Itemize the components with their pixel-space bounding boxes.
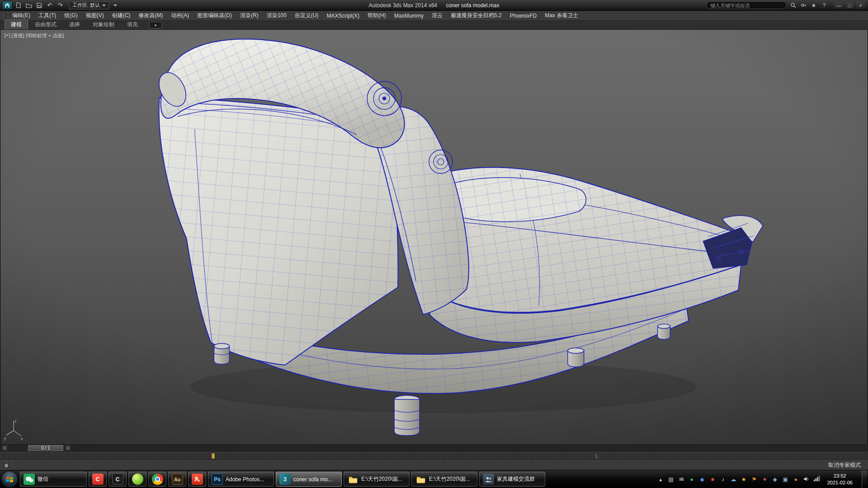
search-input[interactable] (710, 3, 783, 8)
menu-item-antivirus[interactable]: Max 杀毒卫士 (541, 11, 582, 20)
close-button[interactable]: × (856, 2, 865, 9)
menu-item-modifiers[interactable]: 修改器(M) (134, 11, 167, 20)
pinned-app-chrome[interactable] (148, 472, 166, 487)
wechat-window-label: 微信 (38, 475, 48, 483)
perspective-viewport[interactable]: [+] [透视] [明暗处理 + 边面] z x y (0, 30, 868, 444)
viewport-pov-menu[interactable]: [透视] (11, 33, 25, 39)
chrome-icon (152, 474, 163, 485)
chevron-down-icon (102, 5, 106, 6)
viewport-shading-menu[interactable]: [明暗处理 + 边面] (25, 33, 65, 39)
menu-item-render100[interactable]: 渲染100 (263, 11, 291, 20)
max-window-button[interactable]: 3 coner sofa mo... (276, 472, 342, 487)
application-menu-button[interactable] (2, 1, 13, 10)
menu-item-rendering[interactable]: 渲染(R) (236, 11, 263, 20)
toolbar-overflow-button[interactable] (111, 1, 120, 9)
tray-panel-icon[interactable]: ▣ (782, 477, 789, 482)
menu-item-customize[interactable]: 自定义(U) (291, 11, 323, 20)
pinned-app-audition[interactable]: Au (168, 472, 186, 487)
track-bar-key-marker[interactable] (212, 453, 215, 459)
start-button[interactable] (1, 471, 18, 488)
world-axis-tripod: z x y (3, 418, 24, 441)
new-file-icon (16, 2, 21, 8)
tray-orange-dot-icon[interactable]: ● (793, 477, 799, 482)
tray-mail-icon[interactable]: ✉ (678, 477, 685, 482)
tray-expand-icon[interactable]: ▴ (657, 477, 664, 482)
tray-music-icon[interactable]: ♪ (720, 477, 726, 482)
infocenter-search[interactable] (706, 1, 787, 9)
tray-cloud-icon[interactable]: ☁ (730, 477, 737, 482)
menu-item-group[interactable]: 组(G) (60, 11, 81, 20)
explorer-window-button-2[interactable]: E:\天竹2020\国... (411, 472, 477, 487)
pinned-app-green-sphere[interactable] (128, 472, 146, 487)
previous-frame-button[interactable]: < (2, 445, 8, 451)
tray-star-icon[interactable]: ★ (741, 477, 747, 482)
pinned-app-wan[interactable]: 丸 (188, 472, 206, 487)
tray-flag-icon[interactable]: ⚑ (751, 477, 758, 482)
menu-item-maxmummy[interactable]: MaxMummy (390, 11, 428, 20)
app-title: Autodesk 3ds Max 2014 x64 (369, 2, 437, 9)
menu-item-create[interactable]: 创建(C) (108, 11, 135, 20)
photoshop-window-button[interactable]: Ps Adobe Photos... (208, 472, 274, 487)
undo-button[interactable]: ↶ (45, 1, 54, 9)
show-desktop-button[interactable] (862, 470, 867, 488)
menu-item-slim-archive[interactable]: 极速瘦身安全归档5.2 (447, 11, 506, 20)
axis-y-label: y (4, 436, 6, 441)
menu-item-graph-editors[interactable]: 图形编辑器(D) (193, 11, 236, 20)
next-frame-button[interactable]: > (65, 445, 71, 451)
track-bar[interactable]: 1 (0, 452, 868, 460)
sofa-leg-right[interactable] (657, 324, 670, 339)
minimize-button[interactable]: — (834, 2, 844, 9)
pinned-app-c-dark[interactable]: C (108, 472, 127, 487)
menu-item-animation[interactable]: 动画(A) (167, 11, 193, 20)
menu-item-edit[interactable]: 编辑(E) (8, 11, 34, 20)
sofa-leg-left[interactable] (214, 343, 230, 364)
taskbar-clock[interactable]: 23:52 2021-02-06 (824, 473, 856, 486)
tab-freeform[interactable]: 自由形式 (29, 20, 62, 29)
group-chat-window-button[interactable]: 家具建模交流群 (479, 472, 545, 487)
maximize-button[interactable]: □ (845, 2, 854, 9)
tab-populate[interactable]: 填充 (121, 20, 144, 29)
sign-in-button[interactable] (799, 1, 807, 9)
cancel-expert-mode-button[interactable]: 取消专家模式 (823, 461, 866, 469)
redo-button[interactable]: ↷ (56, 1, 65, 9)
network-icon[interactable] (813, 476, 820, 483)
wechat-window-button[interactable]: 微信 (20, 472, 87, 487)
pinned-app-c-red[interactable]: C (89, 472, 107, 487)
tray-green-dot-icon[interactable]: ● (689, 477, 695, 482)
time-slider-thumb[interactable]: 0 / 1 (28, 445, 63, 451)
open-file-button[interactable] (24, 1, 33, 9)
tray-heart-icon[interactable]: ♥ (761, 477, 768, 482)
tray-gem-icon[interactable]: ◈ (772, 477, 778, 482)
time-slider-track[interactable] (0, 445, 868, 451)
new-file-button[interactable] (14, 1, 23, 9)
ribbon-collapse-button[interactable]: ▾ (149, 22, 162, 28)
tab-selection[interactable]: 选择 (63, 20, 86, 29)
menu-item-maxscript[interactable]: MAXScript(X) (322, 11, 363, 20)
viewport-canvas[interactable] (0, 30, 868, 444)
tray-printer-icon[interactable]: ▤ (668, 477, 675, 482)
menu-item-phoenixfd[interactable]: PhoenixFD (506, 11, 541, 20)
favorites-button[interactable]: ★ (810, 1, 818, 9)
menu-item-renderyun[interactable]: 渲云 (428, 11, 447, 20)
menu-item-views[interactable]: 视图(V) (82, 11, 108, 20)
tray-red-square-icon[interactable]: ■ (709, 477, 716, 482)
help-button[interactable]: ? (820, 1, 828, 9)
menu-item-tools[interactable]: 工具(T) (34, 11, 60, 20)
tab-modeling[interactable]: 建模 (5, 19, 28, 29)
mini-curve-editor-button[interactable]: ▦ (2, 462, 11, 469)
volume-icon[interactable] (803, 476, 810, 483)
sofa-leg-middle[interactable] (568, 348, 584, 367)
ribbon-tab-bar: 建模 自由形式 选择 对象绘制 填充 ▾ (0, 21, 868, 30)
explorer-window-button-1[interactable]: E:\天竹2020\国... (344, 472, 410, 487)
menu-item-help[interactable]: 帮助(H) (363, 11, 390, 20)
tray-blue-diamond-icon[interactable]: ◆ (699, 477, 706, 482)
key-icon (801, 2, 807, 8)
viewport-general-menu[interactable]: [+] (4, 33, 11, 39)
save-button[interactable] (35, 1, 44, 9)
photoshop-window-label: Adobe Photos... (226, 476, 264, 483)
photoshop-icon: Ps (212, 474, 223, 485)
sofa-leg-front[interactable] (394, 395, 420, 436)
tab-object-paint[interactable]: 对象绘制 (87, 20, 120, 29)
workspace-selector[interactable]: 工作区: 默认 (69, 1, 109, 9)
search-button[interactable] (789, 1, 797, 9)
